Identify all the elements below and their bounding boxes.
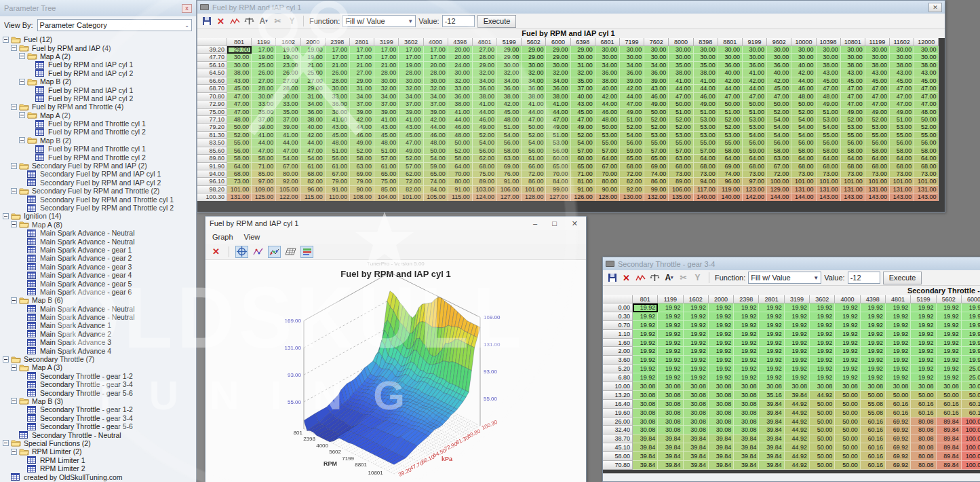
- table-cell[interactable]: 19.92: [810, 356, 835, 365]
- table-cell[interactable]: 47.00: [890, 100, 914, 108]
- table-cell[interactable]: 47.00: [841, 93, 865, 100]
- table-cell[interactable]: 19.92: [734, 365, 759, 373]
- table-cell[interactable]: 35.16: [759, 391, 784, 400]
- table-cell[interactable]: 47.00: [890, 93, 914, 100]
- table-cell[interactable]: 45.00: [890, 77, 914, 85]
- table-cell[interactable]: 47.00: [718, 93, 743, 100]
- table-cell[interactable]: 19.92: [658, 339, 683, 348]
- table-cell[interactable]: 56.00: [522, 147, 546, 155]
- table-cell[interactable]: 30.00: [252, 93, 276, 100]
- table-cell[interactable]: 28.00: [374, 69, 399, 77]
- table-cell[interactable]: 50.00: [810, 418, 835, 426]
- tree-folder-item[interactable]: Map B (6): [3, 296, 196, 304]
- table-cell[interactable]: 68.00: [669, 163, 693, 170]
- table-cell[interactable]: 36.00: [644, 69, 669, 77]
- tree-table-item[interactable]: Secondary Throttle - Neutral: [3, 430, 196, 439]
- table-cell[interactable]: 68.00: [694, 163, 718, 170]
- table-cell[interactable]: 19.92: [810, 330, 835, 339]
- table-cell[interactable]: 54.00: [301, 155, 326, 162]
- table-cell[interactable]: 17.00: [350, 54, 374, 61]
- row-header[interactable]: 83.50: [197, 139, 227, 147]
- font-icon[interactable]: A▾: [663, 272, 675, 283]
- tree-collapse-icon[interactable]: [11, 365, 17, 371]
- tree-folder-item[interactable]: Map B (3): [3, 397, 196, 405]
- table-cell[interactable]: 50.00: [835, 391, 860, 400]
- table-cell[interactable]: 31.00: [301, 93, 326, 100]
- table-cell[interactable]: 44.92: [785, 409, 810, 418]
- table-cell[interactable]: 19.92: [785, 347, 810, 356]
- table-cell[interactable]: 49.00: [620, 109, 644, 116]
- table-cell[interactable]: 44.92: [785, 443, 810, 452]
- table-cell[interactable]: 106.00: [497, 186, 522, 193]
- tree-collapse-icon[interactable]: [11, 104, 17, 110]
- col-header[interactable]: 3602: [810, 295, 835, 303]
- table-cell[interactable]: 30.00: [595, 46, 620, 54]
- table-cell[interactable]: 54.00: [767, 132, 791, 139]
- table-cell[interactable]: 30.00: [817, 54, 841, 61]
- col-header[interactable]: 6000: [546, 38, 570, 46]
- table-cell[interactable]: 32.00: [424, 85, 448, 92]
- table-cell[interactable]: 67.00: [767, 163, 791, 170]
- tree-table-item[interactable]: Fuel by RPM and Throttle cyl 1: [3, 119, 196, 128]
- table-cell[interactable]: 74.00: [644, 170, 669, 178]
- table-cell[interactable]: 56.00: [767, 139, 791, 147]
- col-header[interactable]: 4398: [861, 295, 886, 303]
- table-cell[interactable]: 19.92: [962, 339, 980, 348]
- table-cell[interactable]: 50.00: [522, 124, 546, 131]
- table-cell[interactable]: 39.84: [785, 391, 810, 400]
- table-cell[interactable]: 39.84: [709, 443, 734, 452]
- table-cell[interactable]: 60.16: [861, 418, 886, 426]
- table-cell[interactable]: 56.00: [546, 147, 570, 155]
- table-cell[interactable]: 47.00: [571, 116, 595, 124]
- table-cell[interactable]: 30.00: [718, 54, 743, 61]
- table-cell[interactable]: 34.00: [644, 62, 669, 69]
- table-cell[interactable]: 52.00: [522, 132, 546, 139]
- col-header[interactable]: 6398: [571, 38, 595, 46]
- table-cell[interactable]: 19.92: [709, 303, 734, 312]
- table-cell[interactable]: 19.92: [658, 303, 683, 312]
- table-cell[interactable]: 58.00: [448, 155, 473, 162]
- row-header[interactable]: 2.00: [603, 347, 633, 356]
- table-cell[interactable]: 30.00: [399, 77, 423, 85]
- table-cell[interactable]: 19.92: [633, 373, 658, 382]
- col-header[interactable]: 801: [633, 295, 658, 303]
- table-cell[interactable]: 61.00: [326, 163, 350, 170]
- table-cell[interactable]: 30.08: [734, 391, 759, 400]
- table-cell[interactable]: 54.00: [791, 124, 816, 131]
- row-header[interactable]: 85.60: [197, 147, 227, 155]
- table-cell[interactable]: 19.92: [633, 339, 658, 348]
- table-cell[interactable]: 19.92: [962, 303, 980, 312]
- table-cell[interactable]: 34.00: [301, 100, 326, 108]
- row-header[interactable]: 58.00: [603, 452, 633, 461]
- table-cell[interactable]: 57.00: [374, 155, 399, 162]
- table-cell[interactable]: 19.92: [937, 303, 962, 312]
- surface-grid-icon[interactable]: [284, 246, 297, 258]
- table-cell[interactable]: 58.00: [350, 155, 374, 162]
- table-cell[interactable]: 34.00: [620, 62, 644, 69]
- table-cell[interactable]: 53.00: [669, 132, 693, 139]
- table-cell[interactable]: 19.92: [937, 339, 962, 348]
- waveform-icon[interactable]: [229, 16, 241, 26]
- table-cell[interactable]: 30.08: [658, 426, 683, 434]
- table-cell[interactable]: 80.00: [448, 178, 473, 185]
- table-cell[interactable]: 30.00: [374, 77, 399, 85]
- table-cell[interactable]: 17.00: [399, 54, 423, 61]
- col-header[interactable]: 10000: [791, 38, 816, 46]
- table-cell[interactable]: 19.92: [835, 365, 860, 373]
- table-cell[interactable]: 19.92: [886, 330, 911, 339]
- table-cell[interactable]: 53.00: [718, 132, 743, 139]
- col-header[interactable]: 2000: [301, 38, 326, 46]
- table-cell[interactable]: 72.00: [399, 178, 423, 185]
- row-header[interactable]: 47.70: [197, 54, 227, 61]
- col-header[interactable]: 5602: [522, 38, 546, 46]
- col-header[interactable]: 6801: [595, 38, 620, 46]
- table-cell[interactable]: 56.00: [841, 139, 865, 147]
- value-input[interactable]: -12: [848, 272, 880, 284]
- table-cell[interactable]: 30.08: [658, 409, 683, 418]
- table-cell[interactable]: 48.00: [448, 132, 473, 139]
- table-cell[interactable]: 68.00: [841, 163, 865, 170]
- table-cell[interactable]: 52.00: [448, 147, 473, 155]
- table-cell[interactable]: 24.00: [448, 62, 473, 69]
- col-header[interactable]: 2801: [350, 38, 374, 46]
- table-cell[interactable]: 19.92: [886, 347, 911, 356]
